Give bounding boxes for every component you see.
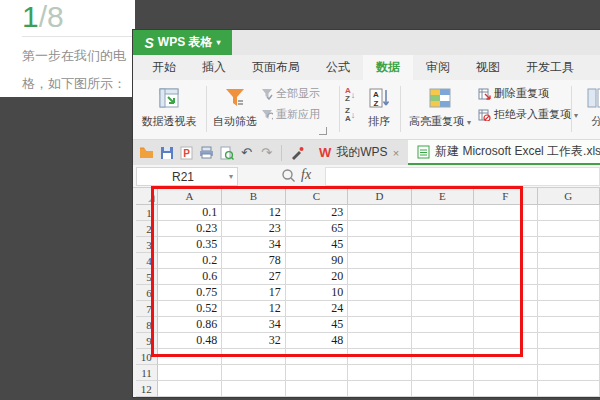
sort-ascending-button[interactable]: AZ ↓ <box>345 87 355 103</box>
menu-tab-公式[interactable]: 公式 <box>313 55 363 80</box>
cell-A10[interactable] <box>158 349 222 365</box>
cell-G9[interactable] <box>538 333 600 349</box>
row-header-8[interactable]: 8 <box>136 317 158 333</box>
cell-F3[interactable] <box>474 237 537 253</box>
fx-icon[interactable]: fx <box>301 167 311 183</box>
menu-tab-插入[interactable]: 插入 <box>189 55 239 80</box>
cell-C6[interactable]: 10 <box>286 285 348 301</box>
pdf-export-icon[interactable]: P <box>179 145 194 160</box>
menu-tab-数据[interactable]: 数据 <box>363 55 413 80</box>
cell-F9[interactable] <box>474 333 537 349</box>
cell-D9[interactable] <box>348 333 411 349</box>
chevron-down-icon[interactable]: ▾ <box>229 172 237 181</box>
cell-G5[interactable] <box>538 269 600 285</box>
cell-E6[interactable] <box>412 285 474 301</box>
menu-tab-页面布局[interactable]: 页面布局 <box>239 55 313 80</box>
cell-D10[interactable] <box>348 349 411 365</box>
filter-dialog-launcher[interactable] <box>319 127 327 135</box>
formula-input[interactable] <box>325 167 600 186</box>
save-icon[interactable] <box>159 145 174 160</box>
cell-B10[interactable] <box>222 349 285 365</box>
cell-E1[interactable] <box>412 205 474 221</box>
menu-tab-开发工具[interactable]: 开发工具 <box>513 55 587 80</box>
cell-F11[interactable] <box>474 365 537 381</box>
cell-B2[interactable]: 23 <box>222 221 285 237</box>
cell-B1[interactable]: 12 <box>222 205 285 221</box>
column-header-G[interactable]: G <box>538 188 600 205</box>
cell-B9[interactable]: 32 <box>222 333 285 349</box>
cell-F10[interactable] <box>474 349 537 365</box>
column-header-E[interactable]: E <box>412 188 474 205</box>
cell-C9[interactable]: 48 <box>286 333 348 349</box>
marker-pen-icon[interactable] <box>289 145 304 160</box>
cell-A7[interactable]: 0.52 <box>158 301 222 317</box>
cell-C5[interactable]: 20 <box>286 269 348 285</box>
sort-button[interactable]: AZ 排序 <box>361 83 397 137</box>
cell-D8[interactable] <box>348 317 411 333</box>
zoom-magnifier-icon[interactable] <box>281 168 296 183</box>
cell-D4[interactable] <box>348 253 411 269</box>
cell-E10[interactable] <box>412 349 474 365</box>
row-header-11[interactable]: 11 <box>136 365 158 381</box>
wps-app-menu-button[interactable]: S WPS 表格 ▾ <box>133 30 232 55</box>
cell-B3[interactable]: 34 <box>222 237 285 253</box>
row-header-1[interactable]: 1 <box>136 205 158 221</box>
print-preview-icon[interactable] <box>219 145 234 160</box>
reapply-button[interactable]: 重新应用 <box>261 107 320 122</box>
cell-A8[interactable]: 0.86 <box>158 317 222 333</box>
delete-duplicates-button[interactable]: 删除重复项 <box>478 86 578 101</box>
cell-E4[interactable] <box>412 253 474 269</box>
cell-B4[interactable]: 78 <box>222 253 285 269</box>
row-header-2[interactable]: 2 <box>136 221 158 237</box>
cell-C10[interactable] <box>286 349 348 365</box>
cell-C11[interactable] <box>286 365 348 381</box>
open-folder-icon[interactable] <box>139 145 154 160</box>
cell-G1[interactable] <box>538 205 600 221</box>
cell-G4[interactable] <box>538 253 600 269</box>
cell-F4[interactable] <box>474 253 537 269</box>
cell-F12[interactable] <box>474 381 537 397</box>
column-header-D[interactable]: D <box>348 188 411 205</box>
name-box[interactable]: R21 ▾ <box>136 167 238 186</box>
cell-D7[interactable] <box>348 301 411 317</box>
cell-C1[interactable]: 23 <box>286 205 348 221</box>
cell-D11[interactable] <box>348 365 411 381</box>
cell-B6[interactable]: 17 <box>222 285 285 301</box>
row-header-7[interactable]: 7 <box>136 301 158 317</box>
cell-C3[interactable]: 45 <box>286 237 348 253</box>
cell-D1[interactable] <box>348 205 411 221</box>
cell-E9[interactable] <box>412 333 474 349</box>
row-header-12[interactable]: 12 <box>136 381 158 397</box>
column-header-A[interactable]: A <box>158 188 222 205</box>
cell-C4[interactable]: 90 <box>286 253 348 269</box>
select-all-corner[interactable] <box>136 188 158 205</box>
sort-descending-button[interactable]: ZA ↓ <box>345 107 355 123</box>
cell-A1[interactable]: 0.1 <box>158 205 222 221</box>
column-header-B[interactable]: B <box>222 188 285 205</box>
cell-B12[interactable] <box>222 381 285 397</box>
cell-B7[interactable]: 12 <box>222 301 285 317</box>
cell-E8[interactable] <box>412 317 474 333</box>
cell-E11[interactable] <box>412 365 474 381</box>
auto-filter-button[interactable]: 自动筛选 <box>211 83 259 137</box>
tab-excel-document[interactable]: 新建 Microsoft Excel 工作表.xlsx <box>408 140 600 165</box>
close-icon[interactable]: × <box>393 147 399 159</box>
cell-G11[interactable] <box>538 365 600 381</box>
cell-C2[interactable]: 65 <box>286 221 348 237</box>
row-header-6[interactable]: 6 <box>136 285 158 301</box>
show-all-button[interactable]: 全部显示 <box>261 86 320 101</box>
undo-icon[interactable]: ↶ <box>239 145 254 160</box>
row-header-10[interactable]: 10 <box>136 349 158 365</box>
cell-E2[interactable] <box>412 221 474 237</box>
highlight-duplicates-button[interactable]: 高亮重复项 ▾ <box>405 83 475 137</box>
cell-A5[interactable]: 0.6 <box>158 269 222 285</box>
cell-G12[interactable] <box>538 381 600 397</box>
menu-tab-审阅[interactable]: 审阅 <box>413 55 463 80</box>
cell-G10[interactable] <box>538 349 600 365</box>
column-header-F[interactable]: F <box>474 188 537 205</box>
redo-icon[interactable]: ↷ <box>259 145 274 160</box>
menu-tab-视图[interactable]: 视图 <box>463 55 513 80</box>
cell-G6[interactable] <box>538 285 600 301</box>
row-header-9[interactable]: 9 <box>136 333 158 349</box>
cell-D2[interactable] <box>348 221 411 237</box>
